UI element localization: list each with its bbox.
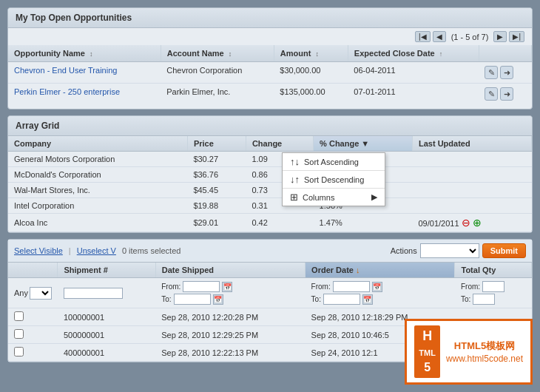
edit-button[interactable]: ✎ [485, 87, 498, 101]
account-name-cell: Parkin Elmer, Inc. [161, 84, 274, 105]
filter-order-date-cell: From: 📅 To: 📅 [306, 278, 455, 308]
add-icon[interactable]: ⊕ [473, 217, 482, 229]
edit-button[interactable]: ✎ [485, 66, 498, 79]
shipment-checkbox[interactable] [14, 329, 24, 339]
qty-to-input[interactable] [473, 294, 495, 305]
shipment-checkbox[interactable] [14, 311, 24, 321]
shipment-id-cell: 400000001 [58, 344, 155, 362]
view-button[interactable]: ➜ [500, 87, 513, 101]
amount-cell: $135,000.00 [274, 84, 348, 105]
last-page-button[interactable]: ▶| [509, 31, 524, 42]
date-shipped-cell: Sep 28, 2010 12:20:28 PM [155, 308, 305, 326]
date-shipped-cell: Sep 28, 2010 12:29:25 PM [155, 326, 305, 344]
qty-from-input[interactable] [482, 281, 504, 292]
filter-order-date-container: From: 📅 To: 📅 [311, 281, 449, 305]
prev-page-button[interactable]: ◀ [433, 31, 446, 42]
grid-col-price[interactable]: Price [187, 136, 246, 152]
shipment-checkbox-cell [8, 344, 58, 362]
opp-name-cell: Chevron - End User Training [8, 62, 161, 84]
cal-shipped-from-button[interactable]: 📅 [222, 282, 232, 292]
shipment-checkbox-cell [8, 326, 58, 344]
col-order-date[interactable]: Order Date ↓ [306, 263, 455, 278]
view-button[interactable]: ➜ [500, 66, 513, 79]
actions-dropdown[interactable] [420, 243, 479, 258]
col-amount[interactable]: Amount ↕ [274, 45, 348, 62]
col-opp-name[interactable]: Opportunity Name ↕ [8, 45, 161, 62]
col-checkbox [8, 263, 58, 278]
date-shipped-to-input[interactable] [174, 294, 211, 305]
sort-descending-item[interactable]: ↓↑ Sort Descending [283, 171, 385, 189]
opp-name-link[interactable]: Perkin Elmer - 250 enterprise [14, 87, 120, 96]
change-cell: 0.42 [246, 214, 313, 232]
date-shipped-from-input[interactable] [183, 281, 220, 292]
site-url: www.html5code.net [446, 354, 523, 364]
grid-row: Intel Corporation $19.88 0.31 1.58% [8, 198, 532, 214]
filter-date-shipped-container: From: 📅 To: 📅 [161, 281, 299, 305]
col-close-date[interactable]: Expected Close Date ↑ [348, 45, 479, 62]
actions-container: Actions Submit [391, 243, 526, 258]
order-date-to-input[interactable] [323, 294, 360, 305]
last-updated-cell [412, 152, 531, 167]
row-actions: ✎ ➜ [485, 87, 525, 101]
cal-shipped-to-button[interactable]: 📅 [213, 294, 223, 305]
sort-asc-icon: ↑↓ [290, 156, 300, 167]
opp-name-cell: Perkin Elmer - 250 enterprise [8, 84, 161, 105]
opp-name-link[interactable]: Chevron - End User Training [14, 66, 117, 75]
columns-icon: ⊞ [290, 192, 298, 203]
grid-col-last-updated[interactable]: Last Updated [412, 136, 531, 152]
col-total-qty[interactable]: Total Qty [455, 263, 532, 278]
last-updated-cell [412, 183, 531, 198]
last-updated-cell: 09/01/2011 ⊖ ⊕ [412, 214, 531, 232]
filter-date-shipped-cell: From: 📅 To: 📅 [155, 278, 305, 308]
order-date-from-input[interactable] [333, 281, 370, 292]
col-shipment-num[interactable]: Shipment # [58, 263, 155, 278]
cal-order-to-button[interactable]: 📅 [362, 294, 373, 305]
grid-table: Company Price Change % Change ▼ Last Upd… [8, 136, 532, 232]
sort-icon-amount: ↕ [315, 50, 319, 58]
unselect-visible-link[interactable]: Unselect V [77, 246, 116, 255]
grid-col-company[interactable]: Company [8, 136, 187, 152]
pagination-label: (1 - 5 of 7) [451, 33, 489, 41]
col-date-shipped[interactable]: Date Shipped [155, 263, 305, 278]
select-visible-link[interactable]: Select Visible [14, 246, 63, 255]
price-cell: $30.27 [187, 152, 246, 167]
table-row: Perkin Elmer - 250 enterprise Parkin Elm… [8, 84, 532, 105]
columns-item[interactable]: ⊞ Columns ▶ [283, 189, 385, 206]
qty-from-row: From: [461, 281, 526, 292]
filter-qty-container: From: To: [461, 281, 526, 305]
from-label-shipped: From: [161, 283, 180, 291]
cal-order-from-button[interactable]: 📅 [372, 282, 382, 292]
col-account-name[interactable]: Account Name ↕ [161, 45, 274, 62]
price-cell: $29.01 [187, 214, 246, 232]
company-cell: Intel Corporation [8, 198, 187, 214]
filter-any-container: Any [14, 287, 52, 300]
sort-ascending-item[interactable]: ↑↓ Sort Ascending [283, 153, 385, 171]
filter-shipment-cell [58, 278, 155, 308]
opportunities-title: My Top Open Opportunities [8, 8, 532, 28]
sort-icon-opp: ↕ [90, 50, 93, 58]
to-label-shipped: To: [161, 295, 171, 303]
remove-icon[interactable]: ⊖ [462, 217, 470, 229]
grid-col-change[interactable]: Change [246, 136, 313, 152]
sort-icon-date: ↑ [439, 50, 443, 58]
order-date-sort-icon: ↓ [356, 266, 360, 274]
sort-icon-account: ↕ [229, 50, 232, 58]
to-label-order: To: [311, 295, 321, 303]
context-menu: ↑↓ Sort Ascending ↓↑ Sort Descending ⊞ C… [282, 152, 385, 206]
submit-button[interactable]: Submit [482, 243, 526, 258]
grid-col-pct-change[interactable]: % Change ▼ [314, 136, 413, 152]
shipment-checkbox[interactable] [14, 347, 24, 356]
first-page-button[interactable]: |◀ [415, 31, 431, 42]
watermark-text-container: HTML5模板网 www.html5code.net [446, 339, 523, 363]
actions-label: Actions [391, 246, 417, 255]
close-date-cell: 06-04-2011 [348, 62, 479, 84]
submenu-arrow-icon: ▶ [371, 192, 377, 202]
opportunities-panel: My Top Open Opportunities |◀ ◀ (1 - 5 of… [7, 7, 533, 109]
filter-any-select[interactable] [30, 287, 52, 300]
grid-row: General Motors Corporation $30.27 1.09 3… [8, 152, 532, 167]
filter-shipment-input[interactable] [64, 288, 123, 299]
to-label-qty: To: [461, 295, 470, 303]
next-page-button[interactable]: ▶ [493, 31, 507, 42]
shipment-id-cell: 500000001 [58, 326, 155, 344]
html5-badge: HTML5 [414, 325, 440, 378]
